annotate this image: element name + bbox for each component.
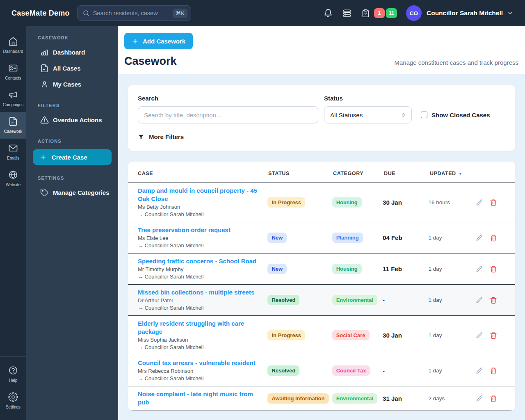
sidebar: CASEWORK Dashboard All Cases My Cases FI… — [26, 26, 118, 420]
status-badge: New — [267, 264, 287, 274]
edit-case-button[interactable] — [476, 234, 483, 242]
due-date: - — [383, 297, 428, 304]
case-search-input[interactable] — [138, 106, 318, 123]
sidebar-item-manage-categories[interactable]: Manage Categories — [26, 185, 118, 201]
case-contact: Mr Timothy Murphy — [138, 266, 267, 273]
rail-item-contacts[interactable]: Contacts — [0, 59, 26, 85]
edit-case-button[interactable] — [476, 332, 483, 339]
edit-case-button[interactable] — [476, 199, 483, 206]
delete-case-button[interactable] — [490, 234, 497, 242]
user-menu-toggle[interactable] — [507, 10, 514, 16]
category-badge: Housing — [332, 197, 362, 208]
case-title-link[interactable]: Council tax arrears - vulnerable residen… — [138, 359, 261, 367]
help-circle-icon — [8, 365, 18, 375]
sidebar-section-casework: CASEWORK — [26, 35, 118, 40]
trash-icon — [490, 297, 497, 304]
sidebar-item-my-cases[interactable]: My Cases — [26, 76, 118, 92]
funnel-icon — [138, 134, 144, 140]
rail-item-settings[interactable]: Settings — [0, 388, 26, 414]
delete-case-button[interactable] — [490, 332, 497, 339]
plus-icon — [132, 38, 139, 45]
updated-time: 1 day — [429, 266, 476, 272]
delete-case-button[interactable] — [490, 297, 497, 304]
pencil-icon — [476, 234, 483, 242]
rail-bottom-group: Help Settings — [0, 356, 26, 420]
file-icon — [40, 64, 49, 73]
megaphone-icon — [8, 90, 18, 100]
sidebar-item-all-cases[interactable]: All Cases — [26, 60, 118, 76]
home-icon — [8, 37, 18, 46]
case-title-link[interactable]: Elderly resident struggling with care pa… — [138, 320, 261, 336]
column-header-category[interactable]: CATEGORY — [333, 171, 384, 176]
case-title-link[interactable]: Speeding traffic concerns - School Road — [138, 257, 261, 265]
delete-case-button[interactable] — [490, 367, 497, 374]
notifications-button[interactable] — [324, 9, 333, 18]
edit-case-button[interactable] — [476, 395, 483, 402]
status-badge: New — [267, 233, 287, 243]
edit-case-button[interactable] — [476, 265, 483, 273]
column-header-case[interactable]: CASE — [138, 171, 268, 176]
rail-item-campaigns[interactable]: Campaigns — [0, 85, 26, 112]
warning-triangle-icon — [40, 116, 49, 124]
open-count-badge[interactable]: 11 — [386, 8, 397, 18]
notification-counters: 1 11 — [374, 8, 397, 18]
case-title-link[interactable]: Missed bin collections - multiple street… — [138, 288, 261, 297]
tasks-button[interactable] — [361, 9, 370, 18]
case-title-link[interactable]: Tree preservation order request — [138, 226, 261, 234]
data-sources-button[interactable] — [342, 9, 352, 18]
server-icon — [342, 9, 352, 18]
page-title: Casework — [124, 55, 177, 68]
status-select[interactable]: All Statuses — [324, 106, 412, 123]
page-header: Add Casework Casework Manage constituent… — [118, 26, 525, 74]
case-assignee: → Councillor Sarah Mitchell — [138, 375, 267, 382]
add-casework-button[interactable]: Add Casework — [124, 33, 193, 49]
pencil-icon — [476, 367, 483, 374]
sidebar-item-dashboard[interactable]: Dashboard — [26, 44, 118, 60]
sort-desc-icon — [458, 171, 463, 176]
case-contact: Ms Betty Johnson — [138, 203, 267, 211]
create-case-button[interactable]: Create Case — [33, 149, 112, 165]
delete-case-button[interactable] — [490, 395, 497, 402]
more-filters-button[interactable]: More Filters — [138, 133, 184, 140]
rail-item-emails[interactable]: Emails — [0, 139, 26, 165]
updated-time: 1 day — [429, 368, 476, 374]
app-logo[interactable]: CaseMate Demo — [11, 9, 70, 18]
delete-case-button[interactable] — [490, 265, 497, 273]
content-area: Search Status All Statuses — [118, 74, 525, 420]
global-search-box[interactable]: ⌘K — [77, 5, 191, 21]
pencil-icon — [476, 199, 483, 206]
table-row: Council tax arrears - vulnerable residen… — [128, 355, 515, 386]
status-badge: Resolved — [267, 365, 299, 376]
due-date: 31 Jan — [383, 395, 428, 402]
trash-icon — [490, 367, 497, 374]
case-title-link[interactable]: Damp and mould in council property - 45 … — [138, 187, 261, 203]
edit-case-button[interactable] — [476, 367, 483, 374]
user-menu-name[interactable]: Councillor Sarah Mitchell — [427, 9, 503, 17]
show-closed-checkbox[interactable] — [421, 112, 427, 118]
show-closed-toggle[interactable]: Show Closed Cases — [421, 106, 490, 123]
due-date: 04 Feb — [383, 234, 428, 241]
app-window: CaseMate Demo ⌘K 1 11 CO Councillor Sara… — [0, 0, 525, 420]
rail-item-dashboard[interactable]: Dashboard — [0, 32, 26, 59]
updated-time: 1 day — [429, 235, 476, 241]
column-header-updated[interactable]: UPDATED — [430, 171, 477, 176]
case-title-link[interactable]: Noise complaint - late night music from … — [138, 390, 261, 406]
column-header-due[interactable]: DUE — [384, 171, 430, 176]
rail-item-help[interactable]: Help — [0, 361, 26, 388]
case-contact: Ms Elsie Lee — [138, 235, 267, 242]
edit-case-button[interactable] — [476, 297, 483, 304]
avatar[interactable]: CO — [406, 5, 422, 21]
rail-item-casework[interactable]: Casework — [0, 112, 26, 139]
table-row: Speeding traffic concerns - School Road … — [128, 253, 515, 285]
delete-case-button[interactable] — [490, 199, 497, 206]
status-badge: Awaiting Information — [267, 393, 329, 404]
column-header-status[interactable]: STATUS — [268, 171, 333, 176]
table-row: Missed bin collections - multiple street… — [128, 285, 515, 316]
global-search-input[interactable] — [93, 10, 170, 16]
globe-icon — [8, 170, 18, 180]
category-badge: Environmental — [332, 393, 377, 404]
urgent-count-badge[interactable]: 1 — [374, 8, 385, 18]
sidebar-item-overdue-actions[interactable]: Overdue Actions — [26, 112, 118, 128]
filter-panel: Search Status All Statuses — [128, 85, 515, 151]
rail-item-website[interactable]: Website — [0, 165, 26, 192]
